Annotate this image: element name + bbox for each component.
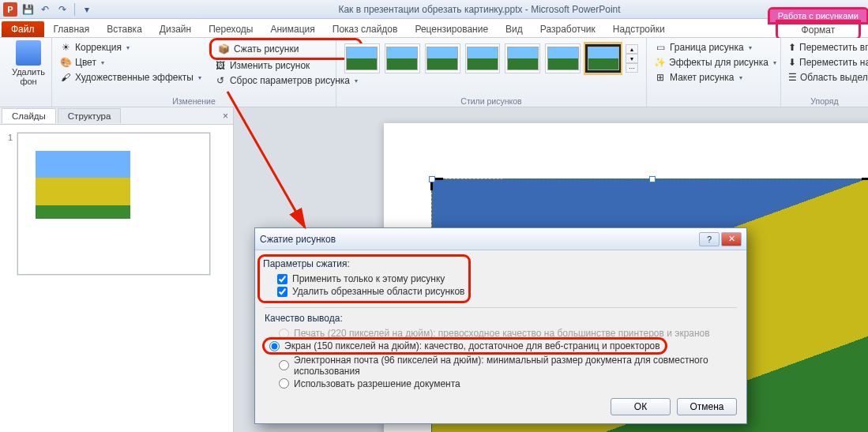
- ok-button[interactable]: ОК: [611, 398, 671, 415]
- qat-more-icon[interactable]: ▾: [80, 2, 94, 17]
- tab-transitions[interactable]: Переходы: [201, 21, 261, 37]
- picture-effects-button[interactable]: ✨ Эффекты для рисунка▾: [652, 55, 776, 69]
- ribbon: Удалить фон ☀ Коррекция▾ 🎨 Цвет▾ 🖌 Худож…: [0, 38, 868, 107]
- quality-document-label: Использовать разрешение документа: [294, 378, 460, 389]
- tab-design[interactable]: Дизайн: [152, 21, 199, 37]
- group-label-arrange: Упоряд: [786, 95, 863, 106]
- layout-icon: ⊞: [654, 71, 667, 84]
- color-button[interactable]: 🎨 Цвет▾: [57, 55, 204, 69]
- group-adjust: ☀ Коррекция▾ 🎨 Цвет▾ 🖌 Художественные эф…: [52, 38, 336, 107]
- group-label-blank: [5, 95, 47, 106]
- style-thumb-2[interactable]: [385, 43, 420, 73]
- quality-screen-highlight: Экран (150 пикселей на дюйм): качество, …: [265, 340, 665, 352]
- apply-only-checkbox-row[interactable]: Применить только к этому рисунку: [263, 272, 465, 285]
- quality-document-radio[interactable]: [279, 378, 289, 389]
- slide-thumbnail[interactable]: [17, 133, 210, 275]
- apply-only-label: Применить только к этому рисунку: [292, 273, 445, 284]
- tab-slides-thumbnails[interactable]: Слайды: [2, 108, 56, 123]
- dialog-separator: [265, 307, 737, 308]
- quality-print-label: Печать (220 пикселей на дюйм): превосход…: [294, 328, 710, 339]
- selection-pane-button[interactable]: ☰ Область выдел: [786, 70, 863, 85]
- delete-crop-checkbox-row[interactable]: Удалить обрезанные области рисунков: [263, 285, 465, 298]
- file-tab[interactable]: Файл: [2, 21, 44, 37]
- tab-developer[interactable]: Разработчик: [532, 21, 603, 37]
- style-thumb-5[interactable]: [505, 43, 540, 73]
- delete-crop-checkbox[interactable]: [277, 287, 287, 297]
- remove-bg-label: Удалить фон: [12, 67, 45, 86]
- gallery-up-button[interactable]: ▴: [626, 44, 638, 54]
- crop-mark-tr[interactable]: [862, 178, 868, 190]
- sun-icon: ☀: [59, 41, 72, 54]
- quality-document-row[interactable]: Использовать разрешение документа: [265, 378, 737, 390]
- corrections-button[interactable]: ☀ Коррекция▾: [57, 40, 204, 54]
- tab-addins[interactable]: Надстройки: [605, 21, 673, 37]
- cancel-button[interactable]: Отмена: [677, 398, 737, 415]
- bring-forward-icon: ⬆: [788, 41, 796, 54]
- remove-background-button[interactable]: Удалить фон: [5, 40, 52, 86]
- handle-tc[interactable]: [649, 176, 656, 182]
- group-label-styles: Стили рисунков: [341, 95, 641, 106]
- dialog-body: Параметры сжатия: Применить только к это…: [255, 250, 746, 423]
- tab-outline[interactable]: Структура: [58, 108, 122, 123]
- slides-panel: Слайды Структура × 1: [0, 107, 234, 432]
- quick-access-toolbar: 💾 ↶ ↷ ▾: [21, 2, 94, 17]
- send-backward-icon: ⬇: [788, 56, 796, 69]
- thumbnails-list: 1: [0, 125, 233, 432]
- palette-icon: 🎨: [59, 56, 72, 69]
- tab-format[interactable]: Формат: [778, 22, 859, 38]
- style-thumb-6[interactable]: [545, 43, 581, 73]
- border-icon: ▭: [654, 41, 667, 54]
- swap-icon: 🖼: [214, 59, 227, 72]
- undo-icon[interactable]: ↶: [38, 2, 52, 17]
- compression-params-highlight: Параметры сжатия: Применить только к это…: [260, 257, 468, 301]
- remove-bg-icon: [16, 40, 41, 66]
- gallery-more-button[interactable]: ⋯: [626, 63, 638, 73]
- style-thumb-4[interactable]: [465, 43, 501, 73]
- compress-pictures-dialog: Сжатие рисунков ? ✕ Параметры сжатия: Пр…: [254, 227, 747, 424]
- picture-border-button[interactable]: ▭ Граница рисунка▾: [652, 40, 776, 54]
- quality-email-radio[interactable]: [279, 360, 289, 370]
- quality-screen-radio[interactable]: [269, 341, 280, 351]
- handle-tl[interactable]: [429, 176, 435, 182]
- dialog-buttons: ОК Отмена: [265, 390, 737, 415]
- quality-print-radio: [279, 329, 289, 339]
- style-thumb-1[interactable]: [344, 43, 380, 73]
- window-title: Как в презентации обрезать картинку.pptx…: [94, 4, 865, 15]
- styles-gallery: ▴ ▾ ⋯: [341, 40, 641, 77]
- artistic-effects-button[interactable]: 🖌 Художественные эффекты▾: [57, 70, 204, 85]
- style-thumb-7[interactable]: [585, 43, 621, 73]
- dialog-close-button[interactable]: ✕: [721, 232, 742, 246]
- params-label: Параметры сжатия:: [263, 258, 465, 269]
- group-picture-styles: ▴ ▾ ⋯ Стили рисунков: [336, 38, 647, 107]
- bring-forward-button[interactable]: ⬆ Переместить вп: [786, 40, 863, 54]
- slide-thumb-item[interactable]: 1: [8, 133, 225, 275]
- group-picture-format: ▭ Граница рисунка▾ ✨ Эффекты для рисунка…: [647, 38, 781, 107]
- tab-insert[interactable]: Вставка: [99, 21, 150, 37]
- apply-only-checkbox[interactable]: [277, 274, 287, 284]
- gallery-scroll: ▴ ▾ ⋯: [626, 44, 638, 73]
- tab-review[interactable]: Рецензирование: [407, 21, 496, 37]
- quality-screen-label: Экран (150 пикселей на дюйм): качество, …: [284, 340, 660, 351]
- selection-pane-icon: ☰: [788, 71, 797, 84]
- quality-screen-row[interactable]: Экран (150 пикселей на дюйм): качество, …: [269, 340, 660, 352]
- gallery-down-button[interactable]: ▾: [626, 54, 638, 63]
- redo-icon[interactable]: ↷: [55, 2, 70, 17]
- quality-label: Качество вывода:: [265, 313, 737, 324]
- quality-email-row[interactable]: Электронная почта (96 пикселей на дюйм):…: [265, 354, 737, 378]
- style-thumb-3[interactable]: [425, 43, 460, 73]
- title-bar: P 💾 ↶ ↷ ▾ Как в презентации обрезать кар…: [0, 0, 868, 19]
- dialog-titlebar[interactable]: Сжатие рисунков ? ✕: [255, 228, 746, 250]
- quality-print-row: Печать (220 пикселей на дюйм): превосход…: [265, 327, 737, 340]
- reset-icon: ↺: [214, 74, 227, 87]
- send-backward-button[interactable]: ⬇ Переместить на: [786, 55, 863, 69]
- tab-animations[interactable]: Анимация: [262, 21, 322, 37]
- save-icon[interactable]: 💾: [21, 2, 35, 17]
- tab-home[interactable]: Главная: [46, 21, 98, 37]
- picture-layout-button[interactable]: ⊞ Макет рисунка▾: [652, 70, 776, 85]
- dialog-help-button[interactable]: ?: [699, 232, 720, 246]
- effects-icon: ✨: [654, 56, 666, 69]
- ribbon-tabs: Файл Главная Вставка Дизайн Переходы Ани…: [0, 19, 868, 38]
- panel-close-icon[interactable]: ×: [223, 111, 228, 122]
- tab-view[interactable]: Вид: [498, 21, 531, 37]
- tab-slideshow[interactable]: Показ слайдов: [325, 21, 406, 37]
